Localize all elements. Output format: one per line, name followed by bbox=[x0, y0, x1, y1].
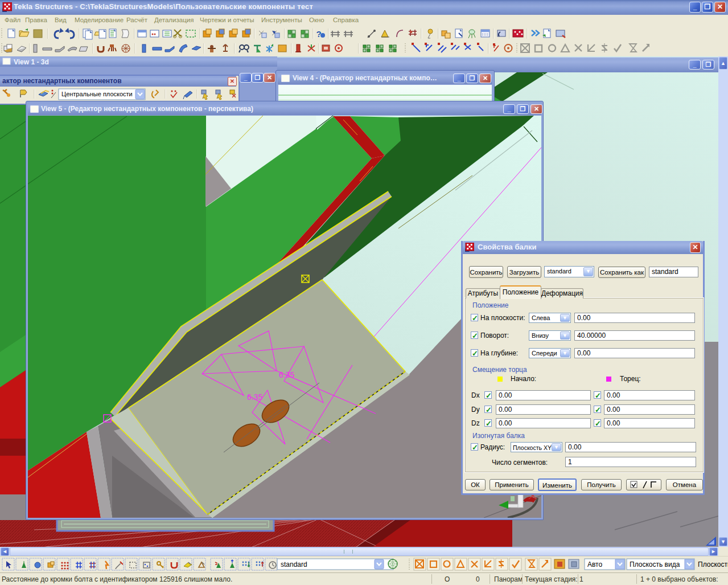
svg-text:Плоскость вида: Плоскость вида bbox=[630, 561, 680, 568]
svg-text:View 1 - 3d: View 1 - 3d bbox=[14, 58, 49, 66]
svg-text:Центральные плоскости: Центральные плоскости bbox=[61, 91, 133, 97]
svg-text:?: ? bbox=[316, 29, 321, 39]
svg-text:6.35: 6.35 bbox=[279, 370, 294, 379]
svg-text:6.35: 6.35 bbox=[247, 392, 262, 402]
svg-text:Плоскости: Плоскости bbox=[698, 561, 728, 568]
svg-text:Авто: Авто bbox=[587, 561, 602, 568]
svg-text:standard: standard bbox=[281, 561, 307, 568]
